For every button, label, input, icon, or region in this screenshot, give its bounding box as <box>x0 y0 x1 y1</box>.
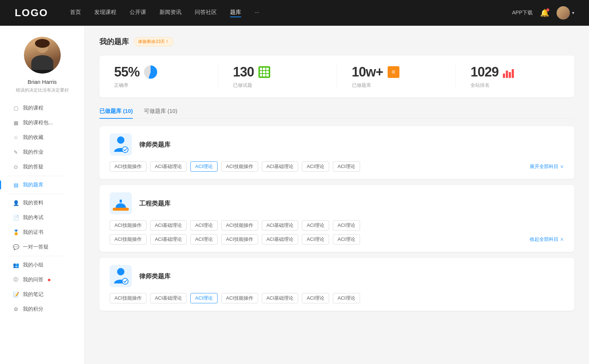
sidebar-item-my-courses[interactable]: ▢ 我的课程 <box>7 101 77 115</box>
stat-ranking-value: 1029 <box>470 64 498 80</box>
tab-available-banks[interactable]: 可做题库 (10) <box>144 108 177 118</box>
tabs-row: 已做题库 (10) 可做题库 (10) <box>99 108 574 119</box>
sidebar-item-questions[interactable]: ⊙ 我的答疑 <box>7 160 77 174</box>
eng-tag-13[interactable]: ACI理论 <box>302 234 329 245</box>
law2-tag-3[interactable]: ACI理论 <box>190 293 218 303</box>
svg-rect-2 <box>113 208 129 211</box>
qbank-engineering-tags-row1: ACI技能操作 ACI基础理论 ACI理论 ACI技能操作 ACI基础理论 AC… <box>110 220 564 231</box>
sidebar-item-question-bank[interactable]: ▤ 我的题库 <box>7 178 77 192</box>
expand-lawyer-button[interactable]: 展开全部科目 ∨ <box>530 163 564 170</box>
sidebar-item-one-on-one[interactable]: 💬 一对一答疑 <box>7 240 77 254</box>
file-icon: ▢ <box>13 105 19 111</box>
tag-2[interactable]: ACI基础理论 <box>150 161 187 172</box>
eng-tag-9[interactable]: ACI基础理论 <box>150 234 187 245</box>
eng-tag-14[interactable]: ACI理论 <box>333 234 360 245</box>
sidebar-avatar-image <box>24 37 61 74</box>
nav-more[interactable]: ··· <box>254 9 259 17</box>
collapse-engineering-button[interactable]: 收起全部科目 ∧ <box>530 236 564 243</box>
sidebar-motto: 错误的决定比没有决定要好 <box>12 87 73 93</box>
law2-tag-1[interactable]: ACI技能操作 <box>110 293 147 303</box>
sidebar-item-profile[interactable]: 👤 我的资料 <box>7 196 77 210</box>
notification-dot <box>546 8 549 11</box>
nav-news[interactable]: 新闻资讯 <box>159 9 181 17</box>
qbank-card-lawyer-header: 律师类题库 <box>110 133 564 156</box>
sidebar-item-course-package[interactable]: ▦ 我的课程包... <box>7 115 77 130</box>
tag-1[interactable]: ACI技能操作 <box>110 161 147 172</box>
sidebar-item-my-qa-label: 我的问答 <box>23 276 43 283</box>
law2-tag-5[interactable]: ACI基础理论 <box>262 293 299 303</box>
sidebar-item-group[interactable]: 👥 我的小组 <box>7 258 77 272</box>
stats-row: 55% 正确率 130 <box>99 56 574 97</box>
nav-qa[interactable]: 问答社区 <box>195 9 217 17</box>
eng-tag-7[interactable]: ACI理论 <box>333 220 360 231</box>
tab-done-banks[interactable]: 已做题库 (10) <box>99 108 133 118</box>
sidebar-item-homework[interactable]: ✎ 我的作业 <box>7 145 77 160</box>
notes-icon: 📝 <box>13 291 19 298</box>
law2-tag-4[interactable]: ACI技能操作 <box>221 293 258 303</box>
engineering-icon <box>110 192 132 214</box>
stat-ranking-label: 全站排名 <box>470 82 490 89</box>
sidebar-divider-2 <box>7 194 63 194</box>
stat-ranking-top: 1029 <box>470 64 515 80</box>
svg-point-4 <box>117 268 124 275</box>
eng-tag-1[interactable]: ACI技能操作 <box>110 220 147 231</box>
sidebar-item-notes-label: 我的笔记 <box>23 291 43 298</box>
user-icon: 👤 <box>13 200 19 206</box>
notification-bell[interactable]: 🔔 <box>540 8 549 17</box>
tag-4[interactable]: ACI技能操作 <box>221 161 258 172</box>
question-circle-icon: ⊙ <box>13 164 19 170</box>
main-content: 我的题库 体验剩余23天！ 55% 正确率 130 <box>85 26 589 364</box>
lawyer-icon <box>110 133 132 156</box>
nav-home[interactable]: 首页 <box>70 9 81 17</box>
eng-tag-4[interactable]: ACI技能操作 <box>221 220 258 231</box>
eng-tag-10[interactable]: ACI理论 <box>190 234 218 245</box>
sidebar-menu: ▢ 我的课程 ▦ 我的课程包... ☆ 我的收藏 ✎ 我的作业 ⊙ 我的答疑 ▤ <box>0 101 84 317</box>
cell-7 <box>260 74 262 76</box>
eng-tag-11[interactable]: ACI技能操作 <box>221 234 258 245</box>
nav-question-bank[interactable]: 题库 <box>230 9 241 17</box>
sidebar: Brian Harris 错误的决定比没有决定要好 ▢ 我的课程 ▦ 我的课程包… <box>0 26 85 364</box>
lawyer2-icon <box>110 265 132 287</box>
stat-accuracy: 55% 正确率 <box>99 64 218 89</box>
eng-tag-2[interactable]: ACI基础理论 <box>150 220 187 231</box>
sidebar-item-my-qa[interactable]: ⓪ 我的问答 <box>7 272 77 287</box>
tag-6[interactable]: ACI理论 <box>302 161 329 172</box>
eng-tag-6[interactable]: ACI理论 <box>302 220 329 231</box>
person-check-svg-2 <box>113 267 129 285</box>
tag-3[interactable]: ACI理论 <box>190 161 218 172</box>
sidebar-item-points[interactable]: ⚙ 我的积分 <box>7 302 77 317</box>
tag-7[interactable]: ACI理论 <box>333 161 360 172</box>
bar-4 <box>512 69 514 78</box>
cell-8 <box>263 74 265 76</box>
sidebar-item-favorites[interactable]: ☆ 我的收藏 <box>7 130 77 145</box>
sidebar-divider-3 <box>7 256 63 256</box>
stat-done-banks-top: 10w+ ≡ <box>352 64 399 80</box>
law2-tag-6[interactable]: ACI理论 <box>302 293 329 303</box>
law2-tag-7[interactable]: ACI理论 <box>333 293 360 303</box>
user-avatar-menu[interactable]: ▾ <box>557 6 574 19</box>
stat-done-questions: 130 已做试题 <box>218 64 337 89</box>
eng-tag-12[interactable]: ACI基础理论 <box>262 234 299 245</box>
sidebar-item-certificate[interactable]: 🏅 我的证书 <box>7 225 77 240</box>
pie-chart-icon <box>144 65 157 79</box>
eng-tag-5[interactable]: ACI基础理论 <box>262 220 299 231</box>
cell-2 <box>263 68 265 70</box>
nav-open-course[interactable]: 公开课 <box>130 9 146 17</box>
app-download-button[interactable]: APP下载 <box>512 10 533 16</box>
sidebar-item-notes[interactable]: 📝 我的笔记 <box>7 287 77 302</box>
qbank-lawyer-tags: ACI技能操作 ACI基础理论 ACI理论 ACI技能操作 ACI基础理论 AC… <box>110 161 564 172</box>
tag-5[interactable]: ACI基础理论 <box>262 161 299 172</box>
nav-discover[interactable]: 发现课程 <box>94 9 116 17</box>
cell-4 <box>260 71 262 74</box>
sidebar-username: Brian Harris <box>28 79 57 85</box>
law2-tag-2[interactable]: ACI基础理论 <box>150 293 187 303</box>
navbar: LOGO 首页 发现课程 公开课 新闻资讯 问答社区 题库 ··· APP下载 … <box>0 0 589 26</box>
eng-tag-3[interactable]: ACI理论 <box>190 220 218 231</box>
stat-done-banks: 10w+ ≡ 已做题库 <box>337 64 456 89</box>
chat-icon: 💬 <box>13 244 19 250</box>
sidebar-item-exam[interactable]: 📄 我的考试 <box>7 210 77 225</box>
eng-tag-8[interactable]: ACI技能操作 <box>110 234 147 245</box>
certificate-icon: 🏅 <box>13 229 19 236</box>
stat-done-banks-value: 10w+ <box>352 64 383 80</box>
logo: LOGO <box>15 7 48 19</box>
